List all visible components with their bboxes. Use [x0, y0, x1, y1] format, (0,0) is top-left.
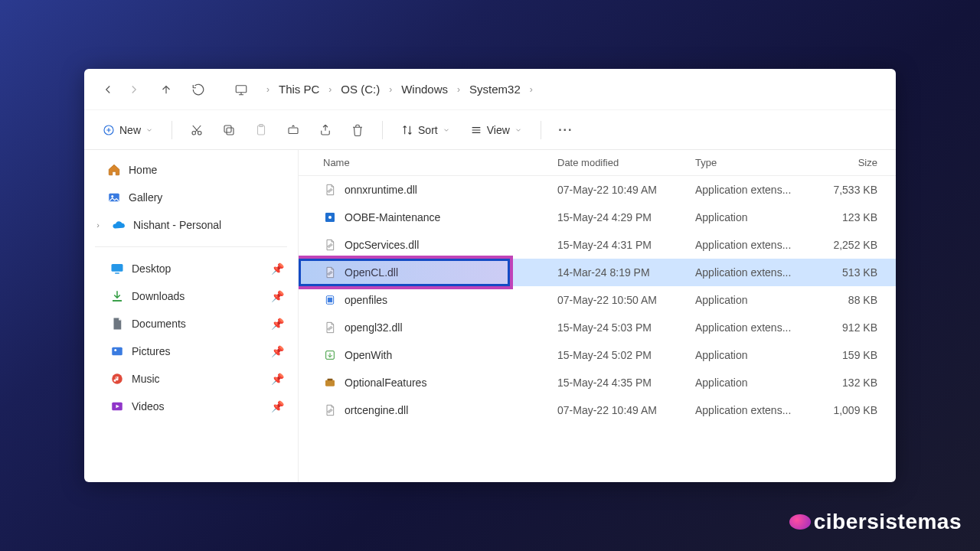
- file-date: 15-May-24 4:31 PM: [551, 239, 689, 251]
- file-date: 14-Mar-24 8:19 PM: [551, 266, 689, 279]
- toolbar-separator: [172, 121, 172, 139]
- cut-button[interactable]: [183, 116, 211, 144]
- file-row[interactable]: opengl32.dll15-May-24 5:03 PMApplication…: [299, 314, 896, 341]
- chevron-right-icon: ›: [457, 84, 460, 95]
- file-name: ortcengine.dll: [345, 404, 408, 416]
- pin-icon: 📌: [271, 400, 284, 412]
- sidebar-item-pictures[interactable]: Pictures 📌: [84, 337, 298, 365]
- file-date: 15-May-24 4:29 PM: [551, 211, 689, 223]
- file-row[interactable]: onnxruntime.dll07-May-22 10:49 AMApplica…: [299, 176, 896, 204]
- svg-point-2: [192, 131, 196, 135]
- file-size: 123 KB: [819, 211, 896, 223]
- sidebar-item-label: Documents: [132, 318, 186, 330]
- file-row[interactable]: OptionalFeatures15-May-24 4:35 PMApplica…: [299, 369, 896, 396]
- col-date[interactable]: Date modified: [551, 157, 689, 168]
- file-name: openfiles: [345, 294, 387, 306]
- home-icon: [107, 163, 121, 177]
- col-name[interactable]: Name: [317, 157, 551, 168]
- file-name: onnxruntime.dll: [345, 184, 417, 196]
- forward-button[interactable]: [121, 77, 147, 103]
- paste-button[interactable]: [247, 116, 275, 144]
- sidebar-item-documents[interactable]: Documents 📌: [84, 310, 298, 337]
- file-icon: [323, 238, 337, 252]
- new-button[interactable]: New: [95, 116, 161, 144]
- toolbar-separator: [382, 121, 383, 139]
- file-row[interactable]: openfiles07-May-22 10:50 AMApplication88…: [299, 286, 896, 314]
- file-type: Application: [689, 349, 819, 361]
- crumb-os-c[interactable]: OS (C:): [339, 80, 381, 99]
- sidebar-item-videos[interactable]: Videos 📌: [84, 393, 298, 420]
- svg-rect-13: [112, 347, 122, 356]
- sidebar-item-music[interactable]: Music 📌: [84, 365, 298, 393]
- toolbar-separator: [541, 121, 541, 139]
- sidebar-item-label: Home: [129, 164, 157, 176]
- svg-rect-12: [115, 272, 119, 274]
- sidebar-item-label: Pictures: [132, 345, 171, 357]
- pin-icon: 📌: [271, 345, 284, 357]
- svg-point-20: [328, 216, 332, 219]
- file-name: OpcServices.dll: [345, 239, 419, 251]
- sort-label: Sort: [418, 124, 438, 136]
- file-date: 15-May-24 5:02 PM: [551, 349, 689, 361]
- back-button[interactable]: [95, 77, 121, 103]
- rename-button[interactable]: [279, 116, 307, 144]
- file-name: OptionalFeatures: [345, 377, 426, 389]
- chevron-right-icon: ›: [389, 84, 392, 95]
- chevron-right-icon: ›: [530, 84, 533, 95]
- sidebar-item-label: Nishant - Personal: [133, 219, 221, 231]
- file-type: Application extens...: [689, 266, 819, 279]
- videos-icon: [110, 399, 124, 413]
- sidebar-item-label: Music: [132, 373, 160, 385]
- view-button[interactable]: View: [462, 116, 530, 144]
- pictures-icon: [110, 344, 124, 358]
- file-size: 159 KB: [819, 349, 896, 361]
- file-row[interactable]: ortcengine.dll07-May-22 10:49 AMApplicat…: [299, 396, 896, 424]
- file-name: OpenWith: [345, 349, 392, 361]
- up-button[interactable]: [153, 77, 179, 103]
- copy-button[interactable]: [215, 116, 243, 144]
- pin-icon: 📌: [271, 373, 284, 385]
- chevron-right-icon: ›: [266, 84, 270, 95]
- sidebar-item-gallery[interactable]: Gallery: [84, 184, 298, 211]
- file-row[interactable]: OpcServices.dll15-May-24 4:31 PMApplicat…: [299, 231, 896, 259]
- sidebar-item-home[interactable]: Home: [84, 156, 298, 184]
- file-size: 2,252 KB: [819, 239, 896, 251]
- delete-button[interactable]: [344, 116, 371, 144]
- crumb-system32[interactable]: System32: [468, 80, 522, 99]
- file-row[interactable]: OOBE-Maintenance15-May-24 4:29 PMApplica…: [299, 204, 896, 231]
- file-row[interactable]: OpenWith15-May-24 5:02 PMApplication159 …: [299, 341, 896, 369]
- file-type: Application extens...: [689, 239, 819, 251]
- sidebar-item-onedrive[interactable]: › Nishant - Personal: [84, 211, 298, 239]
- toolbar: New Sort View: [84, 110, 896, 150]
- refresh-button[interactable]: [185, 77, 211, 103]
- crumb-windows[interactable]: Windows: [400, 80, 449, 99]
- file-size: 132 KB: [819, 377, 896, 389]
- expand-icon[interactable]: ›: [92, 220, 104, 230]
- sidebar-item-desktop[interactable]: Desktop 📌: [84, 255, 298, 282]
- svg-rect-11: [112, 264, 123, 272]
- desktop-icon: [110, 262, 124, 276]
- nav-bar: › This PC › OS (C:) › Windows › System32…: [84, 69, 896, 110]
- chevron-right-icon: ›: [328, 84, 332, 95]
- file-type: Application: [689, 211, 819, 223]
- svg-rect-4: [227, 128, 234, 135]
- crumb-this-pc[interactable]: This PC: [277, 80, 321, 99]
- share-button[interactable]: [312, 116, 339, 144]
- file-icon: [323, 266, 337, 279]
- cloud-icon: [112, 218, 126, 232]
- file-row[interactable]: OpenCL.dll14-Mar-24 8:19 PMApplication e…: [299, 259, 896, 286]
- file-size: 1,009 KB: [819, 404, 896, 416]
- file-name: OOBE-Maintenance: [345, 211, 440, 223]
- sort-button[interactable]: Sort: [394, 116, 458, 144]
- view-label: View: [487, 124, 510, 136]
- pin-icon: 📌: [271, 290, 284, 302]
- sidebar-item-downloads[interactable]: Downloads 📌: [84, 282, 298, 310]
- file-name: OpenCL.dll: [345, 266, 398, 279]
- more-button[interactable]: ···: [552, 116, 580, 144]
- breadcrumb: › This PC › OS (C:) › Windows › System32…: [262, 80, 537, 99]
- col-type[interactable]: Type: [689, 157, 819, 168]
- col-size[interactable]: Size: [819, 157, 896, 168]
- file-icon: [323, 293, 337, 307]
- pc-icon[interactable]: [228, 77, 254, 103]
- svg-rect-8: [289, 128, 298, 134]
